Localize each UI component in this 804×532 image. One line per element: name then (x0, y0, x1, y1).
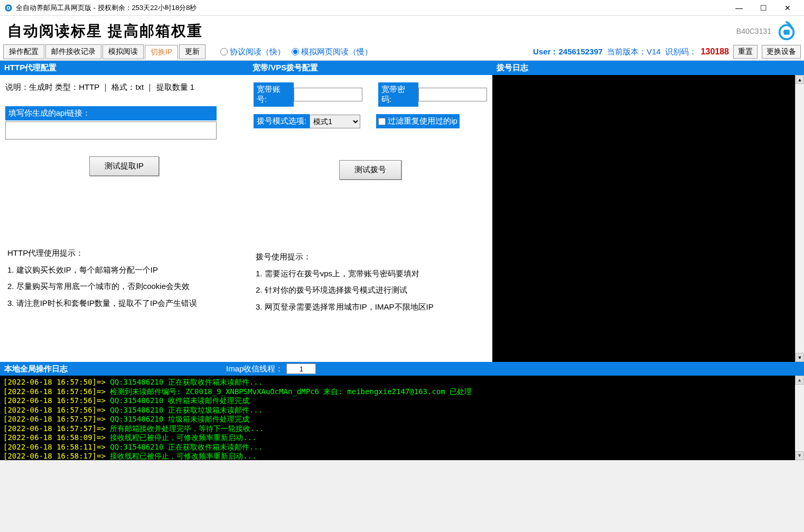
http-proxy-header: HTTP代理配置 (0, 61, 248, 75)
radio-webpage[interactable] (292, 48, 299, 55)
test-dial-button[interactable]: 测试拨号 (339, 160, 401, 180)
account-label: 宽带账号: (254, 82, 294, 107)
id-value: 130188 (701, 47, 729, 57)
mode-label: 拨号模式选项: (254, 114, 310, 128)
console-scrollbar[interactable]: ▲ ▼ (795, 376, 804, 460)
tab-mail-log[interactable]: 邮件接收记录 (45, 44, 101, 59)
tab-switch-ip[interactable]: 切换IP (145, 45, 178, 60)
svg-point-2 (7, 7, 9, 8)
console-line: [2022-06-18 16:57:50]=> QQ:315486210 正在获… (3, 378, 801, 387)
minimize-button[interactable]: — (727, 0, 751, 16)
filter-label: 过滤重复使用过的ip (388, 116, 457, 126)
dial-log-panel: 拨号日志 ▲ ▼ (492, 61, 804, 362)
change-device-button[interactable]: 更换设备 (762, 45, 801, 59)
console: [2022-06-18 16:57:50]=> QQ:315486210 正在获… (0, 376, 804, 460)
user-label: User：2456152397 (533, 47, 603, 57)
test-extract-ip-button[interactable]: 测试提取IP (89, 156, 159, 176)
filter-checkbox[interactable] (378, 118, 386, 125)
thread-label: Imap收信线程： (226, 364, 283, 374)
console-line: [2022-06-18 16:57:56]=> QQ:315486210 正在获… (3, 406, 801, 415)
window-title: 全自动养邮局工具网页版 - 授权剩余：253天22小时18分8秒 (16, 3, 727, 13)
radio-protocol[interactable] (220, 48, 228, 55)
bottom-log-header: 本地全局操作日志 Imap收信线程： (0, 362, 804, 376)
console-line: [2022-06-18 16:58:17]=> 接收线程已被停止，可修改频率重新… (3, 452, 801, 460)
console-line: [2022-06-18 16:57:57]=> QQ:315486210 垃圾箱… (3, 415, 801, 424)
console-line: [2022-06-18 16:57:56]=> QQ:315486210 收件箱… (3, 396, 801, 406)
titlebar: 全自动养邮局工具网页版 - 授权剩余：253天22小时18分8秒 — ☐ ✕ (0, 0, 804, 16)
http-proxy-panel: HTTP代理配置 说明：生成时 类型：HTTP ｜ 格式：txt ｜ 提取数量 … (0, 61, 248, 362)
main-area: HTTP代理配置 说明：生成时 类型：HTTP ｜ 格式：txt ｜ 提取数量 … (0, 61, 804, 362)
close-button[interactable]: ✕ (775, 0, 800, 16)
tab-sim-read[interactable]: 模拟阅读 (102, 44, 144, 59)
console-line: [2022-06-18 16:57:57]=> 所有邮箱接收并处理完毕，等待下一… (3, 424, 801, 434)
api-label: 填写你生成的api链接： (5, 106, 217, 120)
slogan: 自动阅读标星 提高邮箱权重 (7, 21, 736, 41)
dial-log-scrollbar[interactable]: ▲ ▼ (795, 75, 804, 362)
app-icon (4, 4, 13, 12)
account-input[interactable] (294, 88, 362, 101)
radio-protocol-label[interactable]: 协议阅读（快） (230, 47, 285, 57)
logo-icon (777, 21, 797, 41)
scroll-up-icon[interactable]: ▲ (795, 376, 804, 385)
password-label: 宽带密码: (378, 82, 418, 107)
password-input[interactable] (418, 88, 487, 101)
toolbar: 操作配置 邮件接收记录 模拟阅读 切换IP 更新 协议阅读（快） 模拟网页阅读（… (0, 44, 804, 61)
bottom-log-title: 本地全局操作日志 (4, 364, 68, 374)
id-label: 识别码： (665, 47, 697, 57)
http-proxy-tips: HTTP代理使用提示： 1. 建议购买长效IP，每个邮箱将分配一个IP 2. 尽… (0, 239, 248, 316)
thread-input[interactable] (286, 363, 316, 374)
dialup-panel: 宽带/VPS拨号配置 宽带账号: 宽带密码: 拨号模式选项: 模式1 过滤重复使… (248, 61, 492, 362)
reset-button[interactable]: 重置 (733, 45, 758, 59)
console-line: [2022-06-18 16:57:56]=> 检测到未读邮件编号: ZC001… (3, 387, 801, 397)
http-proxy-desc: 说明：生成时 类型：HTTP ｜ 格式：txt ｜ 提取数量 1 (0, 75, 248, 96)
header: 自动阅读标星 提高邮箱权重 B40C3131 (0, 16, 804, 44)
tab-config[interactable]: 操作配置 (3, 44, 44, 59)
version-label: 当前版本：V14 (607, 47, 661, 57)
console-line: [2022-06-18 16:58:09]=> 接收线程已被停止，可修改频率重新… (3, 433, 801, 443)
maximize-button[interactable]: ☐ (751, 0, 775, 16)
mode-select[interactable]: 模式1 (310, 115, 360, 128)
tab-update[interactable]: 更新 (179, 44, 205, 59)
svg-rect-4 (783, 30, 789, 35)
api-input[interactable] (5, 122, 217, 139)
scroll-down-icon[interactable]: ▼ (795, 451, 804, 460)
dialup-header: 宽带/VPS拨号配置 (248, 61, 492, 75)
radio-webpage-label[interactable]: 模拟网页阅读（慢） (301, 47, 372, 57)
dial-log-header: 拨号日志 (492, 61, 804, 75)
dial-log-area: ▲ ▼ (492, 75, 804, 362)
dialup-tips: 拨号使用提示： 1. 需要运行在拨号vps上，宽带账号密码要填对 2. 针对你的… (248, 243, 492, 320)
console-line: [2022-06-18 16:58:11]=> QQ:315486210 正在获… (3, 443, 801, 452)
scroll-down-icon[interactable]: ▼ (796, 353, 804, 362)
header-code: B40C3131 (736, 27, 771, 35)
scroll-up-icon[interactable]: ▲ (796, 75, 804, 84)
